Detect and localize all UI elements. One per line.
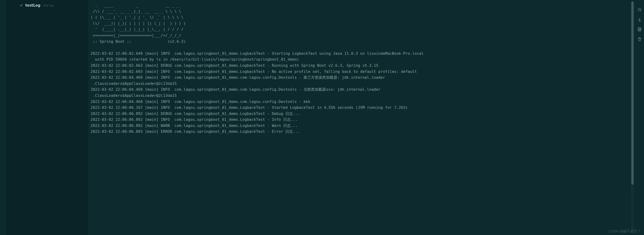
pass-icon: ✔ [20, 3, 23, 7]
test-duration-label: 702 ms [43, 4, 54, 7]
test-result-item[interactable]: ✔ testLog 702 ms [6, 2, 88, 8]
console-output-panel: . ____ _ __ _ _ /\\ / ___'_ __ _ _(_)_ _… [88, 0, 634, 235]
scrollbar-track[interactable] [631, 1, 634, 234]
left-gutter [0, 0, 6, 235]
watermark-text: CSDN @贼不走空？ [608, 229, 641, 234]
test-results-panel: ✔ testLog 702 ms [6, 0, 88, 235]
test-name-label: testLog [26, 3, 40, 7]
soft-wrap-icon[interactable] [637, 7, 642, 12]
print-icon[interactable] [637, 27, 642, 32]
scroll-to-end-icon[interactable] [637, 17, 642, 22]
console-toolbar [634, 0, 644, 235]
console-text[interactable]: . ____ _ __ _ _ /\\ / ___'_ __ _ _(_)_ _… [90, 2, 630, 135]
clear-all-icon[interactable] [637, 37, 642, 42]
scrollbar-thumb[interactable] [631, 1, 634, 185]
